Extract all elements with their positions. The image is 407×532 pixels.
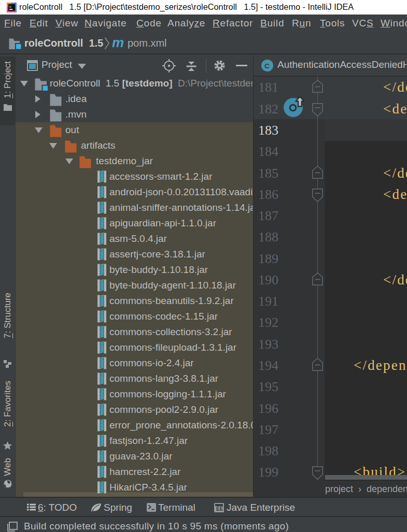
svg-text:IJ: IJ	[9, 5, 12, 8]
svg-text:C: C	[264, 62, 270, 70]
svg-text:EE: EE	[216, 506, 223, 512]
